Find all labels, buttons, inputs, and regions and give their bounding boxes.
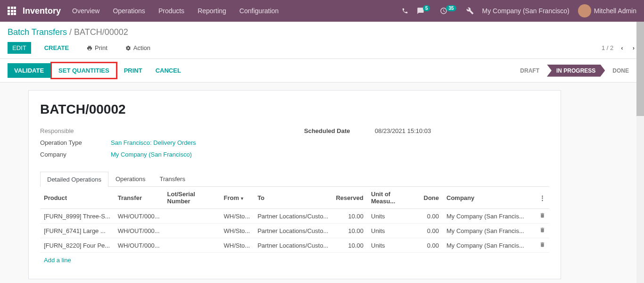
breadcrumb-parent[interactable]: Batch Transfers — [8, 27, 67, 37]
value-operation-type[interactable]: San Francisco: Delivery Orders — [111, 139, 196, 146]
cell-transfer: WH/OUT/000... — [114, 238, 164, 253]
pager-next[interactable]: › — [631, 42, 636, 53]
th-to[interactable]: To — [254, 187, 332, 209]
th-options[interactable]: ⋮ — [536, 187, 549, 209]
app-brand[interactable]: Inventory — [23, 6, 61, 16]
th-done[interactable]: Done — [419, 187, 443, 209]
cell-reserved: 10.00 — [332, 209, 367, 224]
cell-from: WH/Sto... — [220, 224, 254, 238]
operations-table: Product Transfer Lot/Serial Number From▼… — [40, 187, 549, 253]
add-line-button[interactable]: Add a line — [40, 253, 75, 267]
action-button[interactable]: Action — [121, 42, 155, 54]
print-icon — [87, 45, 92, 51]
delete-row-icon[interactable] — [536, 238, 549, 253]
cell-from: WH/Sto... — [220, 238, 254, 253]
print-status-button[interactable]: PRINT — [117, 63, 149, 78]
tab-operations[interactable]: Operations — [108, 171, 153, 186]
nav-operations[interactable]: Operations — [113, 7, 145, 15]
print-button[interactable]: Print — [82, 42, 112, 54]
pager-text: 1 / 2 — [602, 44, 613, 51]
statusbar: VALIDATE SET QUANTITIES PRINT CANCEL DRA… — [0, 59, 644, 83]
cell-lot — [164, 224, 220, 238]
cell-product: [FURN_6741] Large ... — [40, 224, 114, 238]
nav-reporting[interactable]: Reporting — [198, 7, 226, 15]
cell-uom: Units — [367, 238, 419, 253]
table-row[interactable]: [FURN_6741] Large ... WH/OUT/000... WH/S… — [40, 224, 549, 238]
debug-icon[interactable] — [466, 7, 474, 15]
value-scheduled-date: 08/23/2021 15:10:03 — [375, 127, 431, 134]
activity-badge: 35 — [446, 5, 456, 11]
th-reserved[interactable]: Reserved — [332, 187, 367, 209]
create-button[interactable]: CREATE — [40, 42, 74, 54]
status-done[interactable]: DONE — [605, 65, 636, 77]
scrollbar[interactable] — [636, 22, 644, 283]
cell-lot — [164, 209, 220, 224]
cell-company: My Company (San Francis... — [443, 224, 536, 238]
gear-icon — [125, 45, 131, 51]
th-company[interactable]: Company — [443, 187, 536, 209]
label-operation-type: Operation Type — [40, 139, 111, 146]
table-row[interactable]: [FURN_8220] Four Pe... WH/OUT/000... WH/… — [40, 238, 549, 253]
label-responsible: Responsible — [40, 127, 111, 134]
cell-company: My Company (San Francis... — [443, 238, 536, 253]
cell-product: [FURN_8999] Three-S... — [40, 209, 114, 224]
set-quantities-button[interactable]: SET QUANTITIES — [52, 63, 116, 78]
cell-reserved: 10.00 — [332, 224, 367, 238]
pager-prev[interactable]: ‹ — [619, 42, 625, 53]
chat-badge: 5 — [423, 5, 430, 11]
nav-configuration[interactable]: Configuration — [239, 7, 279, 15]
top-nav: Overview Operations Products Reporting C… — [72, 7, 402, 15]
nav-products[interactable]: Products — [158, 7, 184, 15]
th-transfer[interactable]: Transfer — [114, 187, 164, 209]
tab-detailed-operations[interactable]: Detailed Operations — [40, 172, 108, 187]
topbar: Inventory Overview Operations Products R… — [0, 0, 644, 22]
cell-to: Partner Locations/Custo... — [254, 238, 332, 253]
label-scheduled-date: Scheduled Date — [304, 127, 375, 134]
th-from[interactable]: From▼ — [220, 187, 254, 209]
cell-done: 0.00 — [419, 238, 443, 253]
validate-button[interactable]: VALIDATE — [8, 63, 50, 78]
form-sheet: BATCH/00002 Responsible Operation Type S… — [28, 90, 561, 279]
breadcrumb: Batch Transfers / BATCH/00002 — [8, 27, 636, 37]
th-uom[interactable]: Unit of Measu... — [367, 187, 419, 209]
table-row[interactable]: [FURN_8999] Three-S... WH/OUT/000... WH/… — [40, 209, 549, 224]
delete-row-icon[interactable] — [536, 224, 549, 238]
th-product[interactable]: Product — [40, 187, 114, 209]
breadcrumb-current: BATCH/00002 — [74, 27, 128, 37]
cell-product: [FURN_8220] Four Pe... — [40, 238, 114, 253]
tab-transfers[interactable]: Transfers — [153, 171, 192, 186]
user-name: Mitchell Admin — [594, 7, 636, 15]
highlight-box: SET QUANTITIES — [50, 62, 117, 79]
cell-reserved: 10.00 — [332, 238, 367, 253]
value-company[interactable]: My Company (San Francisco) — [111, 151, 192, 158]
th-lot[interactable]: Lot/Serial Number — [164, 187, 220, 209]
user-menu[interactable]: Mitchell Admin — [578, 4, 636, 17]
cell-lot — [164, 238, 220, 253]
record-title: BATCH/00002 — [40, 102, 549, 117]
cell-uom: Units — [367, 209, 419, 224]
phone-icon[interactable] — [402, 8, 408, 14]
avatar — [578, 4, 591, 17]
tabs: Detailed Operations Operations Transfers — [40, 171, 549, 187]
activity-icon[interactable]: 35 — [440, 7, 457, 15]
status-draft[interactable]: DRAFT — [512, 65, 547, 77]
chat-icon[interactable]: 5 — [417, 7, 432, 15]
delete-row-icon[interactable] — [536, 209, 549, 224]
topbar-right: 5 35 My Company (San Francisco) Mitchell… — [402, 4, 636, 17]
cell-done: 0.00 — [419, 224, 443, 238]
apps-icon[interactable] — [8, 7, 16, 15]
cell-done: 0.00 — [419, 209, 443, 224]
cell-uom: Units — [367, 224, 419, 238]
status-in-progress[interactable]: IN PROGRESS — [547, 65, 605, 77]
cell-transfer: WH/OUT/000... — [114, 224, 164, 238]
cancel-button[interactable]: CANCEL — [149, 63, 188, 78]
company-switcher[interactable]: My Company (San Francisco) — [482, 7, 570, 15]
edit-button[interactable]: EDIT — [8, 42, 31, 54]
cell-to: Partner Locations/Custo... — [254, 209, 332, 224]
cell-transfer: WH/OUT/000... — [114, 209, 164, 224]
cell-from: WH/Sto... — [220, 209, 254, 224]
nav-overview[interactable]: Overview — [72, 7, 99, 15]
cell-to: Partner Locations/Custo... — [254, 224, 332, 238]
sort-caret-icon: ▼ — [240, 196, 244, 201]
cell-company: My Company (San Francis... — [443, 209, 536, 224]
